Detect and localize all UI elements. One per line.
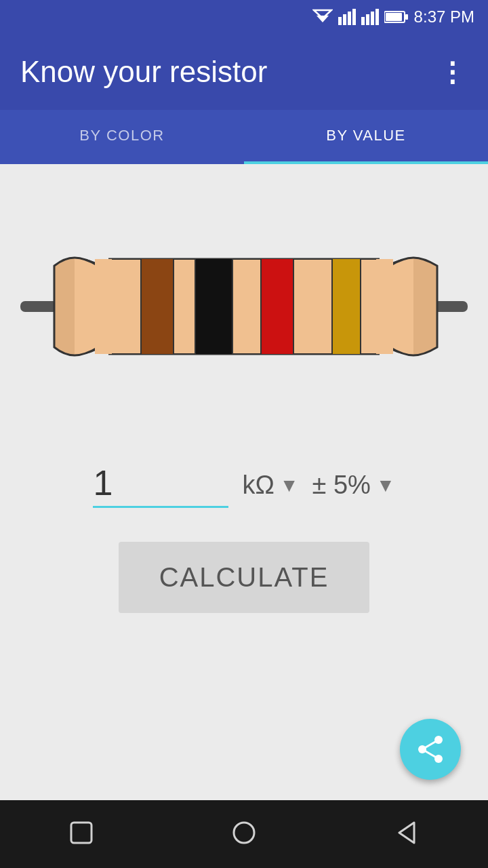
tabs-bar: BY COLOR BY VALUE [0, 110, 488, 164]
nav-bar [0, 800, 488, 868]
svg-rect-24 [332, 259, 361, 354]
tolerance-selector[interactable]: ± 5% ▼ [312, 471, 395, 500]
svg-rect-5 [352, 9, 356, 25]
signal2-icon [361, 9, 379, 25]
svg-rect-2 [338, 17, 342, 25]
value-input-wrapper [93, 462, 228, 508]
input-area: kΩ ▼ ± 5% ▼ [52, 462, 435, 508]
nav-home-button[interactable] [228, 817, 260, 851]
square-icon [66, 817, 97, 848]
more-options-icon[interactable]: ⋮ [439, 56, 468, 87]
nav-recents-button[interactable] [66, 817, 97, 851]
circle-icon [228, 817, 260, 848]
status-icons: 8:37 PM [312, 7, 474, 26]
svg-rect-22 [195, 259, 232, 354]
share-icon [415, 734, 445, 764]
svg-rect-11 [386, 13, 402, 21]
battery-icon [384, 10, 409, 24]
svg-rect-38 [71, 823, 92, 843]
tolerance-dropdown-arrow[interactable]: ▼ [376, 475, 395, 496]
svg-line-36 [422, 740, 439, 749]
resistor-svg [20, 205, 468, 408]
tab-by-color[interactable]: BY COLOR [0, 110, 244, 164]
nav-back-button[interactable] [391, 817, 422, 851]
svg-point-39 [234, 823, 254, 843]
status-bar: 8:37 PM [0, 0, 488, 34]
svg-rect-9 [375, 9, 379, 25]
unit-text: kΩ [242, 471, 274, 500]
svg-line-37 [422, 749, 439, 759]
share-fab[interactable] [400, 719, 461, 780]
svg-rect-12 [405, 14, 408, 20]
signal1-icon [338, 9, 356, 25]
unit-dropdown-arrow[interactable]: ▼ [280, 475, 299, 496]
app-bar: Know your resistor ⋮ [0, 34, 488, 110]
svg-rect-4 [348, 12, 351, 25]
unit-selector[interactable]: kΩ ▼ [242, 471, 298, 500]
tab-by-value[interactable]: BY VALUE [244, 110, 488, 164]
app-title: Know your resistor [20, 55, 267, 89]
svg-rect-19 [376, 259, 393, 354]
status-time: 8:37 PM [414, 7, 474, 26]
svg-rect-7 [366, 14, 369, 25]
svg-rect-6 [361, 17, 365, 25]
svg-rect-21 [141, 259, 174, 354]
svg-rect-3 [343, 14, 346, 25]
calculate-button[interactable]: CALCULATE [119, 542, 370, 613]
svg-rect-23 [261, 259, 293, 354]
back-icon [391, 817, 422, 848]
resistor-diagram [0, 191, 488, 422]
svg-rect-8 [371, 12, 374, 25]
wifi-icon [312, 9, 333, 25]
tolerance-text: ± 5% [312, 471, 371, 500]
svg-marker-40 [399, 823, 414, 843]
resistance-value-input[interactable] [93, 462, 228, 508]
